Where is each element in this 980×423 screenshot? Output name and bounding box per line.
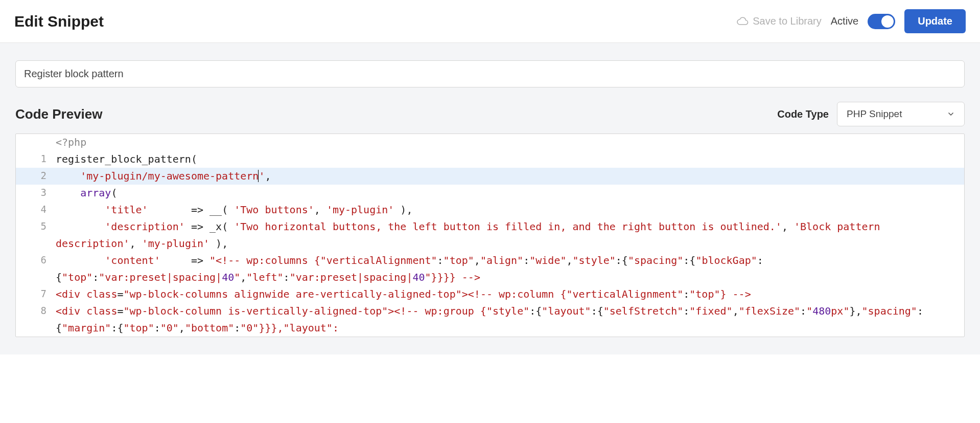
code-token: :: [523, 254, 529, 266]
code-token: =>: [148, 204, 209, 216]
code-token: "selfStretch": [603, 305, 684, 317]
code-token: 'description': [105, 220, 185, 233]
code-token: _x: [209, 220, 222, 233]
save-to-library-button[interactable]: Save to Library: [736, 15, 822, 28]
code-token: =>: [160, 254, 209, 266]
code-token: "layout":: [284, 322, 339, 334]
code-token: 480: [812, 305, 831, 317]
code-token: "0": [160, 322, 179, 334]
code-token: (: [191, 153, 197, 165]
update-button[interactable]: Update: [904, 9, 966, 33]
code-token: ),: [209, 237, 228, 250]
cloud-icon: [736, 15, 749, 28]
line-number: 3: [16, 185, 53, 202]
code-token: :: [92, 271, 99, 283]
code-token: "0": [240, 322, 259, 334]
code-token: [56, 220, 105, 233]
code-token: "flexSize": [739, 305, 800, 317]
save-to-library-label: Save to Library: [753, 15, 822, 27]
active-toggle[interactable]: [868, 14, 895, 29]
code-token: "margin": [62, 322, 111, 334]
code-token: },: [849, 305, 861, 317]
code-token: ,: [782, 220, 794, 233]
code-token: 'my-plugin': [326, 204, 394, 216]
code-token: "top": [62, 271, 92, 283]
code-token: 40: [412, 271, 425, 283]
code-token: "top": [444, 254, 474, 266]
code-token: <!-- wp:column {: [468, 288, 567, 300]
code-token: ,: [265, 170, 271, 182]
code-token: :: [800, 305, 806, 317]
line-number: 2: [16, 168, 53, 185]
code-token: =: [117, 288, 123, 300]
code-token: [56, 187, 80, 199]
content: Code Preview Code Type PHP Snippet <?php…: [0, 43, 980, 354]
php-open-tag: <?php: [53, 134, 86, 151]
code-token: ,: [240, 271, 246, 283]
code-token: <div: [56, 305, 86, 317]
code-token: register_block_pattern: [56, 153, 191, 165]
code-token: [56, 254, 105, 266]
line-number: 6: [16, 252, 53, 286]
code-token: 'content': [105, 254, 160, 266]
code-token: 'Two horizontal buttons, the left button…: [234, 220, 782, 233]
code-token: :{: [616, 254, 628, 266]
code-preview-title: Code Preview: [15, 106, 103, 122]
code-token: :: [284, 271, 290, 283]
header-bar: Edit Snippet Save to Library Active Upda…: [0, 0, 980, 43]
code-token: "wp-block-column is-vertically-aligned-t…: [123, 305, 388, 317]
code-token: "top": [689, 288, 720, 300]
code-line-3: 3 array(: [16, 185, 964, 202]
code-token: class: [86, 305, 117, 317]
code-token: (: [222, 204, 234, 216]
code-token: ,: [130, 237, 142, 250]
code-line-5: 5 'description' => _x( 'Two horizontal b…: [16, 218, 964, 252]
code-token: "style": [486, 305, 529, 317]
code-type-value: PHP Snippet: [847, 108, 902, 120]
code-token: :{: [529, 305, 542, 317]
code-token: 40: [222, 271, 234, 283]
code-token: ),: [394, 204, 412, 216]
code-preview-header: Code Preview Code Type PHP Snippet: [15, 102, 965, 126]
code-token: >: [462, 288, 468, 300]
code-token: :{: [591, 305, 603, 317]
code-token: "style": [573, 254, 616, 266]
code-line-4: 4 'title' => __( 'Two buttons', 'my-plug…: [16, 202, 964, 218]
code-editor[interactable]: <?php 1 register_block_pattern( 2 'my-pl…: [15, 133, 965, 337]
active-label: Active: [831, 15, 858, 27]
code-token: 'Two buttons': [234, 204, 314, 216]
php-open-tag-row: <?php: [16, 134, 964, 151]
code-token: :: [234, 322, 240, 334]
line-number: 7: [16, 286, 53, 303]
code-token: "verticalAlignment": [566, 288, 683, 300]
code-token: "top": [123, 322, 154, 334]
code-token: "spacing": [628, 254, 683, 266]
code-token: }}}} -->: [431, 271, 480, 283]
line-number: 4: [16, 202, 53, 218]
code-token: :: [683, 288, 689, 300]
code-token: :: [437, 254, 444, 266]
code-token: "480px": [806, 305, 849, 317]
code-token: ,: [179, 322, 185, 334]
code-token: [56, 204, 105, 216]
code-token: 'my-plugin/my-awesome-pattern': [80, 170, 265, 182]
code-line-7: 7 <div class="wp-block-columns alignwide…: [16, 286, 964, 303]
code-token: (: [111, 187, 117, 199]
line-number: 8: [16, 303, 53, 337]
snippet-title-input[interactable]: [15, 60, 965, 87]
code-token: (: [222, 220, 234, 233]
code-token: <div: [56, 288, 86, 300]
code-line-1: 1 register_block_pattern(: [16, 151, 964, 168]
code-line-6: 6 'content' => "<!-- wp:columns {"vertic…: [16, 252, 964, 286]
code-token: 'title': [105, 204, 148, 216]
code-token: __: [209, 204, 222, 216]
code-token: ,: [566, 254, 572, 266]
code-token: "blockGap": [695, 254, 757, 266]
code-token: "layout": [542, 305, 591, 317]
code-token: "left": [246, 271, 283, 283]
code-type-select[interactable]: PHP Snippet: [837, 102, 965, 126]
code-token: }}},: [259, 322, 283, 334]
toggle-knob: [881, 15, 894, 28]
code-token: "fixed": [689, 305, 732, 317]
code-line-2: 2 'my-plugin/my-awesome-pattern',: [16, 168, 964, 185]
